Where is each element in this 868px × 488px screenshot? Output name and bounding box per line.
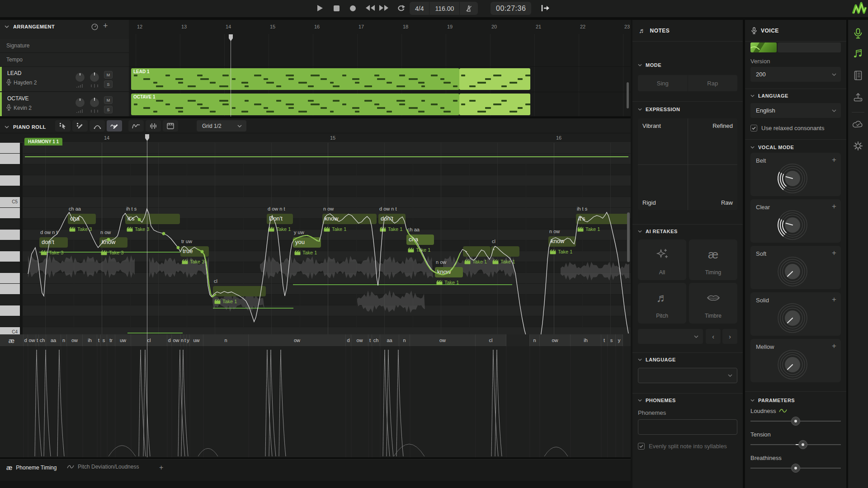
- rewind-button[interactable]: [365, 5, 375, 11]
- relaxed-consonants-checkbox-row[interactable]: Use relaxed consonants: [750, 125, 824, 131]
- retake-timbre-button[interactable]: Timbre: [689, 283, 737, 324]
- time-signature[interactable]: 4/4: [410, 2, 429, 15]
- checkbox-checked-icon[interactable]: [750, 125, 757, 131]
- mute-button[interactable]: M: [104, 96, 113, 104]
- mute-button[interactable]: M: [104, 71, 113, 79]
- mode-sing-button[interactable]: Sing: [638, 75, 688, 91]
- stop-button[interactable]: [334, 5, 340, 11]
- version-dropdown[interactable]: 200: [750, 67, 841, 82]
- phoneme-cell[interactable]: n: [530, 334, 540, 346]
- phoneme-cell[interactable]: ow: [410, 334, 476, 346]
- phoneme-cell[interactable]: y: [187, 334, 190, 346]
- phonemes-input[interactable]: [638, 419, 737, 435]
- note-language-section-header[interactable]: LANGUAGE: [638, 357, 676, 362]
- vocal-mode-add-button[interactable]: +: [832, 155, 836, 164]
- retake-timing-button[interactable]: æ Timing: [689, 239, 737, 280]
- arrangement-collapse-icon[interactable]: [5, 25, 9, 28]
- voice-language-dropdown[interactable]: English: [750, 103, 841, 118]
- mode-rap-button[interactable]: Rap: [688, 75, 738, 91]
- voice-library-icon[interactable]: [848, 28, 868, 39]
- voice-name-field[interactable]: [778, 42, 841, 52]
- phoneme-cell[interactable]: s: [608, 334, 616, 346]
- checkbox-checked-icon[interactable]: [638, 443, 645, 450]
- track-octave[interactable]: OCTAVE Kevin 2 M S: [0, 92, 129, 117]
- vocal-mode-add-button[interactable]: +: [832, 202, 836, 211]
- retake-next-button[interactable]: ›: [722, 329, 737, 344]
- arrangement-clip[interactable]: [459, 68, 530, 90]
- phoneme-cell[interactable]: n: [399, 334, 410, 346]
- parameter-slider-handle[interactable]: [798, 440, 807, 449]
- phoneme-cell[interactable]: y: [616, 334, 623, 346]
- retake-all-button[interactable]: All: [638, 239, 686, 280]
- notes-properties-icon[interactable]: [848, 49, 868, 59]
- phoneme-timing-editor[interactable]: [0, 346, 631, 457]
- vocal-mode-knob[interactable]: [777, 256, 808, 287]
- arrangement-timeline[interactable]: 121314151617181920212223 LEAD 1OCTAVE 1: [129, 20, 631, 117]
- phoneme-cell[interactable]: ow: [540, 334, 571, 346]
- tempo-row[interactable]: Tempo: [0, 53, 129, 67]
- piano-roll-collapse-icon[interactable]: [5, 126, 9, 128]
- vocal-mode-section-header[interactable]: VOCAL MODE: [750, 145, 794, 150]
- signature-row[interactable]: Signature: [0, 39, 129, 53]
- pitch-pen-tool[interactable]: [107, 120, 122, 131]
- solo-button[interactable]: S: [104, 80, 113, 88]
- voice-language-section-header[interactable]: LANGUAGE: [750, 93, 788, 99]
- cloud-sync-icon[interactable]: [848, 120, 868, 128]
- pitch-curve-overlay[interactable]: [0, 133, 631, 334]
- evenly-split-checkbox-row[interactable]: Evenly split note into syllables: [638, 443, 727, 450]
- phoneme-strip[interactable]: ædowtchaanowihtstruwcldowntyuwnowdowtcha…: [0, 334, 631, 346]
- vocal-mode-add-button[interactable]: +: [832, 249, 836, 258]
- go-to-playhead-icon[interactable]: [541, 4, 550, 12]
- takes-view-toggle[interactable]: [163, 120, 178, 131]
- phoneme-cell[interactable]: ch: [39, 334, 46, 346]
- phoneme-cell[interactable]: t: [601, 334, 608, 346]
- phoneme-cell[interactable]: cl: [131, 334, 167, 346]
- phoneme-cell[interactable]: s: [101, 334, 107, 346]
- tempo-map-icon[interactable]: [91, 23, 98, 30]
- piano-roll-scrollbar[interactable]: [627, 212, 630, 262]
- metronome-off-icon[interactable]: [460, 2, 478, 15]
- retake-select-dropdown[interactable]: [638, 329, 703, 344]
- vocal-mode-add-button[interactable]: +: [832, 295, 836, 304]
- phoneme-cell[interactable]: t: [97, 334, 101, 346]
- phoneme-cell[interactable]: ow: [172, 334, 181, 346]
- mode-section-header[interactable]: MODE: [638, 62, 661, 68]
- phoneme-cell[interactable]: ch: [372, 334, 380, 346]
- tab-pitch-deviation[interactable]: Pitch Deviation/Loudness: [67, 464, 139, 470]
- phoneme-cell[interactable]: aa: [46, 334, 61, 346]
- time-display[interactable]: 00:27:36: [491, 2, 531, 15]
- phoneme-cell[interactable]: ow: [67, 334, 83, 346]
- phoneme-cell[interactable]: æ: [0, 334, 24, 346]
- phoneme-cell[interactable]: ow: [249, 334, 346, 346]
- phoneme-cell[interactable]: d: [24, 334, 28, 346]
- volume-knob[interactable]: [75, 72, 85, 82]
- phoneme-cell[interactable]: d: [346, 334, 351, 346]
- parameters-section-header[interactable]: PARAMETERS: [750, 398, 795, 403]
- play-button[interactable]: [316, 5, 323, 12]
- export-icon[interactable]: [848, 92, 868, 102]
- phoneme-cell[interactable]: ow: [28, 334, 36, 346]
- record-button[interactable]: [350, 5, 356, 11]
- phoneme-cell[interactable]: ow: [351, 334, 368, 346]
- tempo-value[interactable]: 116.00: [429, 2, 459, 15]
- tab-phoneme-timing[interactable]: æ Phoneme Timing: [6, 464, 57, 471]
- parameter-slider-handle[interactable]: [791, 417, 800, 426]
- settings-gear-icon[interactable]: [848, 141, 868, 151]
- loop-button[interactable]: [396, 5, 405, 12]
- phoneme-cell[interactable]: ih: [83, 334, 97, 346]
- voice-avatar[interactable]: [750, 42, 777, 52]
- phoneme-cell[interactable]: uw: [115, 334, 131, 346]
- phoneme-cell[interactable]: n: [203, 334, 249, 346]
- pitch-anchor-point[interactable]: [138, 218, 141, 221]
- phoneme-cell[interactable]: d: [167, 334, 172, 346]
- phoneme-cell[interactable]: cl: [476, 334, 506, 346]
- grid-size-dropdown[interactable]: Grid 1/2: [197, 120, 246, 131]
- pitch-anchor-point[interactable]: [177, 246, 180, 249]
- phoneme-cell[interactable]: t: [368, 334, 372, 346]
- retake-pitch-button[interactable]: ♬ Pitch: [638, 283, 686, 324]
- vocal-mode-knob[interactable]: [777, 349, 808, 380]
- select-notes-tool[interactable]: [55, 120, 71, 131]
- phoneme-cell[interactable]: n: [61, 334, 67, 346]
- vocal-mode-knob[interactable]: [777, 163, 808, 194]
- expression-section-header[interactable]: EXPRESSION: [638, 107, 680, 112]
